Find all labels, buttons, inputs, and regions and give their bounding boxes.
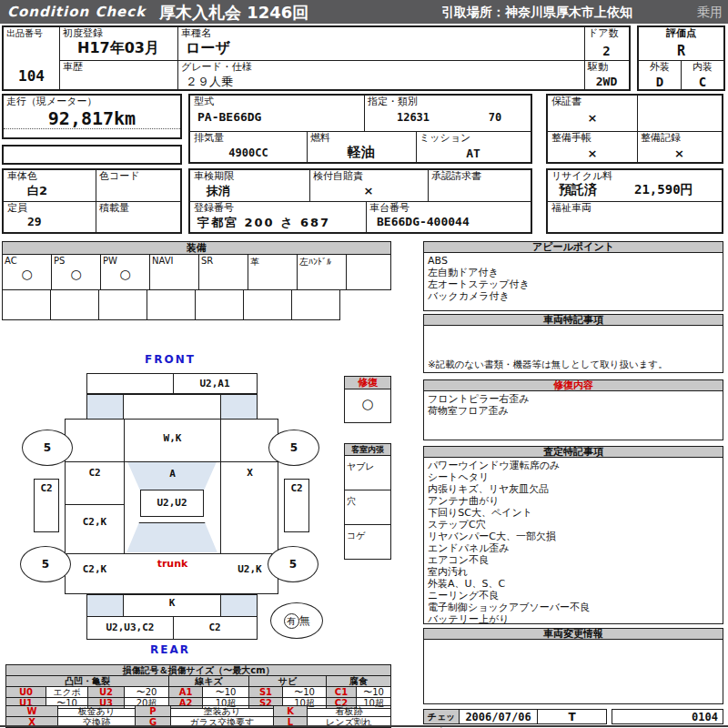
tools-present-mark: 有 (284, 613, 299, 629)
maintenance-record-label: 整備記録 (641, 133, 681, 144)
front-bumper-mark: U2,A1 (173, 378, 257, 389)
identity-block: 出品番号 104 初度登録 H17年03月 車歴 車種名 ローザ グレード・仕様… (2, 25, 631, 91)
equipment-cell-ps: PS ○ (51, 254, 101, 290)
roof-center-mark: U2,U2 (141, 490, 203, 516)
score-label: 評価点 (639, 28, 723, 39)
change-info-body (423, 639, 723, 704)
inspection: 抹消 (207, 183, 230, 199)
mileage-value: 92,817km (4, 107, 180, 129)
equipment-label: NAVI (152, 256, 173, 266)
chassis-number: BE66DG-400044 (377, 215, 470, 228)
equipment-cell-navi: NAVI (149, 254, 199, 290)
legend-code: U2 (88, 687, 125, 698)
body-outline: W,K C2 A X C2,K U2,U2 C2,K trunk U2,K (65, 419, 278, 594)
bottom-rule (0, 725, 728, 727)
assessment-line: 下回りSC大、ペイント (428, 507, 719, 519)
cabin-interior-row-label: 穴 (345, 496, 356, 506)
right-side-mark: C2 (285, 480, 308, 494)
legend-code: C1 (327, 687, 357, 698)
legend-value: 看板跡 (308, 706, 391, 717)
equipment-cell-pw: PW ○ (100, 254, 150, 290)
fuel-label: 燃料 (310, 133, 330, 144)
front-corner-right (220, 394, 258, 420)
equipment-mark: ○ (52, 267, 100, 281)
repair-details-line: 荷物室フロア歪み (428, 405, 719, 417)
mission: AT (416, 147, 531, 160)
equipment-label: PW (103, 256, 117, 266)
repair-details-body: フロントピラー右歪み 荷物室フロア歪み (423, 390, 723, 440)
first-registration-label: 初度登録 (63, 28, 103, 39)
model-code: PA-BE66DG (197, 110, 261, 124)
check-label: チェック (423, 709, 460, 724)
doors-label: ドア数 (588, 28, 619, 39)
left-rear-panel-mark: C2,K (66, 563, 124, 575)
cabin-interior-row-label: ヤブレ (345, 461, 375, 471)
equipment-mark: ○ (3, 267, 51, 281)
equipment-empty-cell (50, 289, 99, 320)
appeal-line: ABS (428, 255, 719, 267)
rear-panel-mark: K (124, 595, 220, 609)
legend-value: 〜10 (203, 687, 249, 698)
drive-label: 駆動 (588, 62, 608, 73)
equipment-label: AC (5, 256, 17, 266)
appeal-body: ABS 左自動ドア付き 左オートステップ付き バックカメラ付き (423, 252, 723, 311)
windshield-mark: W,K (124, 432, 221, 444)
maintenance-book-label: 整備手帳 (551, 133, 592, 144)
legend-value: エクボ (46, 687, 88, 698)
lot-number-label: 出品番号 (6, 28, 43, 38)
cabin-interior-box: 客室内張 ヤブレ 穴 コゲ (344, 443, 391, 560)
left-side-panel: C2 (34, 479, 59, 532)
equipment-table: 装備 AC ○ PS ○ PW ○ NAVI SR 革 (2, 241, 391, 320)
equipment-title: 装備 (2, 241, 391, 254)
model-name: ローザ (186, 39, 230, 58)
repair-mark-box: 修復 ○ (344, 376, 391, 423)
equipment-cell-extra (346, 254, 391, 290)
appeal-line: 左オートステップ付き (428, 278, 719, 290)
equipment-cell-lhd: 左ﾊﾝﾄﾞﾙ (297, 254, 347, 290)
first-registration: H17年03月 (59, 39, 177, 58)
recycle-status: 預託済 (559, 182, 597, 198)
vehicle-notes-disclaimer: ※記載のない書類・機器等は無しとして取り扱います。 (428, 359, 668, 370)
assessment-line: パワーウインドウ運転席のみ (428, 460, 719, 471)
pickup-location: 引取場所：神奈川県厚木市上依知 (441, 5, 632, 21)
assessment-body: パワーウインドウ運転席のみ シートヘタリ 内張りキズ、リヤ灰皿欠品 アンテナ曲が… (423, 457, 723, 624)
front-bumper-bar: U2,A1 (86, 373, 258, 394)
color-code-label: 色コード (99, 171, 140, 182)
capacity-label: 定員 (7, 203, 27, 214)
tools-badge: 有無 (270, 602, 323, 639)
right-side-panel: C2 (284, 479, 309, 532)
equipment-empty-cell (98, 289, 147, 320)
wheel-rear-left: 5 (20, 546, 71, 582)
cabin-interior-title: 客室内張 (344, 443, 391, 456)
rear-corner-right (220, 594, 258, 617)
approval-label: 承認請求書 (431, 171, 481, 182)
left-front-panel-mark: C2 (66, 467, 124, 479)
equipment-cell-sr: SR (198, 254, 248, 290)
equipment-empty-cell (2, 289, 51, 320)
displacement: 4900CC (190, 147, 307, 159)
roof-center-box: U2,U2 (140, 490, 204, 517)
equipment-label: 左ﾊﾝﾄﾞﾙ (299, 256, 331, 268)
assessment-line: 室内汚れ (428, 566, 719, 578)
score-block: 評価点 R 外装 D 内装 C (637, 25, 725, 91)
check-date: 2006/07/06 (459, 709, 538, 724)
exterior-grade: D (639, 75, 681, 89)
recycle-fee: 21,590円 (634, 182, 693, 198)
insurance-mark: × (309, 184, 428, 197)
rear-window-shape (124, 522, 220, 552)
recycle-label: リサイクル料 (551, 171, 612, 182)
insurance-label: 検付自賠責 (313, 171, 363, 182)
cabin-interior-row-tear: ヤブレ (345, 456, 390, 490)
registration-number: 宇都宮 200 さ 687 (197, 215, 330, 231)
assessment-line: 内張りキズ、リヤ灰皿欠品 (428, 483, 719, 495)
equipment-empty-cell (243, 289, 292, 320)
wheel-front-right: 5 (268, 430, 319, 466)
maintenance-book-mark: × (548, 147, 637, 160)
displacement-label: 排気量 (194, 133, 224, 144)
chassis-number-label: 車台番号 (369, 203, 410, 214)
grade-label: グレード・仕様 (181, 62, 252, 73)
appeal-line: バックカメラ付き (428, 290, 719, 302)
left-side-mark: C2 (35, 480, 58, 494)
assessment-line: バッテリー上がり (428, 613, 719, 625)
sheet-number: 0104 (612, 709, 723, 724)
